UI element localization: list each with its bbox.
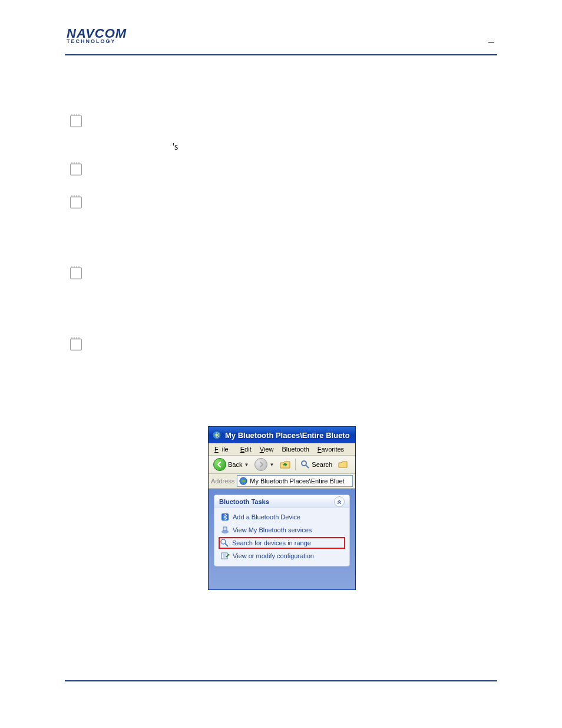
folders-icon bbox=[338, 460, 348, 469]
xp-explorer-window: My Bluetooth Places\Entire Blueto File E… bbox=[208, 426, 356, 590]
footer-divider bbox=[65, 680, 497, 681]
explorer-body: Bluetooth Tasks Add a Bluetooth Device bbox=[209, 489, 355, 590]
dropdown-arrow-icon: ▼ bbox=[269, 462, 274, 467]
services-icon bbox=[220, 525, 230, 535]
menubar: File Edit View Bluetooth Favorites bbox=[209, 443, 355, 456]
svg-rect-2 bbox=[71, 197, 82, 208]
address-value: My Bluetooth Places\Entire Bluet bbox=[250, 477, 344, 485]
bluetooth-globe-icon bbox=[239, 477, 247, 485]
task-view-or-modify-configuration[interactable]: View or modify configuration bbox=[219, 551, 345, 561]
bluetooth-icon bbox=[220, 512, 230, 522]
address-field[interactable]: My Bluetooth Places\Entire Bluet bbox=[237, 475, 353, 487]
titlebar[interactable]: My Bluetooth Places\Entire Blueto bbox=[209, 427, 355, 443]
up-folder-icon bbox=[280, 459, 290, 470]
page-header-dash: – bbox=[488, 35, 494, 48]
bluetooth-globe-icon bbox=[212, 430, 222, 440]
apostrophe-s: 's bbox=[173, 141, 178, 152]
address-bar: Address My Bluetooth Places\Entire Bluet bbox=[209, 474, 355, 489]
task-label: View or modify configuration bbox=[233, 552, 314, 559]
svg-rect-0 bbox=[71, 116, 82, 127]
note-icon bbox=[70, 162, 82, 176]
window-title: My Bluetooth Places\Entire Blueto bbox=[225, 431, 350, 440]
svg-point-6 bbox=[302, 461, 306, 466]
forward-button[interactable]: ▼ bbox=[252, 457, 276, 472]
collapse-icon[interactable] bbox=[334, 496, 345, 507]
search-button[interactable]: Search bbox=[298, 459, 335, 470]
header-divider bbox=[65, 54, 497, 55]
menu-file[interactable]: File bbox=[211, 445, 236, 453]
tasks-header-label: Bluetooth Tasks bbox=[219, 498, 269, 505]
task-label: Add a Bluetooth Device bbox=[233, 513, 300, 521]
tasks-header[interactable]: Bluetooth Tasks bbox=[214, 495, 349, 508]
note-icon bbox=[70, 265, 82, 279]
forward-arrow-icon bbox=[254, 458, 267, 471]
magnifier-icon bbox=[300, 460, 310, 469]
note-icon bbox=[70, 337, 82, 351]
svg-rect-3 bbox=[71, 268, 82, 279]
toolbar: Back ▼ ▼ bbox=[209, 456, 355, 474]
search-label: Search bbox=[312, 461, 332, 468]
task-view-my-bluetooth-services[interactable]: View My Bluetooth services bbox=[219, 525, 345, 535]
svg-line-7 bbox=[306, 465, 309, 468]
address-label: Address bbox=[211, 477, 234, 485]
svg-rect-4 bbox=[71, 339, 82, 350]
back-button[interactable]: Back ▼ bbox=[211, 457, 251, 472]
folders-button[interactable] bbox=[336, 459, 350, 470]
menu-view[interactable]: View bbox=[256, 445, 277, 453]
bluetooth-tasks-panel: Bluetooth Tasks Add a Bluetooth Device bbox=[214, 495, 350, 566]
configuration-icon bbox=[220, 551, 230, 561]
task-label: Search for devices in range bbox=[232, 539, 311, 546]
note-icon bbox=[70, 195, 82, 209]
task-label: View My Bluetooth services bbox=[233, 526, 312, 533]
menu-edit[interactable]: Edit bbox=[237, 445, 255, 453]
logo: NAVCOM TECHNOLOGY bbox=[67, 28, 127, 44]
task-add-bluetooth-device[interactable]: Add a Bluetooth Device bbox=[219, 512, 345, 522]
menu-favorites[interactable]: Favorites bbox=[314, 445, 348, 453]
back-label: Back bbox=[228, 461, 242, 468]
menu-bluetooth[interactable]: Bluetooth bbox=[278, 445, 312, 453]
magnifier-icon bbox=[220, 538, 229, 548]
toolbar-separator bbox=[295, 459, 296, 470]
svg-line-13 bbox=[225, 543, 228, 546]
dropdown-arrow-icon: ▼ bbox=[244, 462, 249, 467]
task-search-devices-in-range[interactable]: Search for devices in range bbox=[219, 537, 345, 549]
svg-point-12 bbox=[221, 539, 226, 544]
up-button[interactable] bbox=[277, 458, 293, 471]
tasks-list: Add a Bluetooth Device View My Bluetooth… bbox=[214, 508, 349, 566]
note-icon bbox=[70, 113, 82, 127]
back-arrow-icon bbox=[213, 458, 226, 471]
logo-main: NAVCOM bbox=[67, 28, 127, 39]
svg-rect-1 bbox=[71, 164, 82, 175]
svg-rect-11 bbox=[223, 527, 227, 531]
